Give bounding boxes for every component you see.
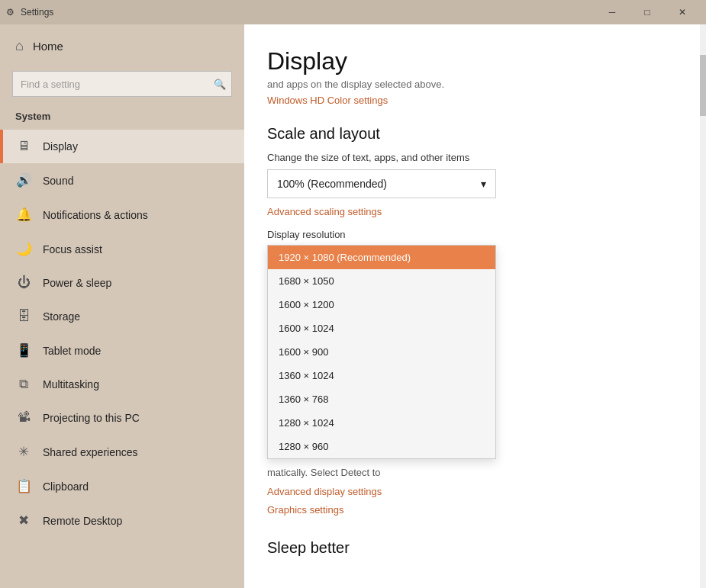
resolution-option-1[interactable]: 1680 × 1050 xyxy=(268,269,495,293)
sidebar-item-tablet-mode[interactable]: 📱 Tablet mode xyxy=(0,333,244,368)
sidebar-item-remote-desktop[interactable]: ✖ Remote Desktop xyxy=(0,503,244,538)
sidebar-home-item[interactable]: ⌂ Home xyxy=(0,24,244,68)
minimize-button[interactable]: ─ xyxy=(595,0,630,24)
page-title: Display xyxy=(267,47,675,76)
sidebar-item-power-sleep[interactable]: ⏻ Power & sleep xyxy=(0,266,244,300)
scale-dropdown-chevron: ▾ xyxy=(481,178,486,190)
shared-experiences-icon: ✳ xyxy=(15,444,32,460)
projecting-icon: 📽 xyxy=(15,410,32,426)
notifications-icon: 🔔 xyxy=(15,207,32,223)
maximize-button[interactable]: □ xyxy=(630,0,665,24)
sound-icon: 🔊 xyxy=(15,172,32,188)
scale-layout-section-title: Scale and layout xyxy=(267,125,675,143)
sidebar-item-notifications[interactable]: 🔔 Notifications & actions xyxy=(0,198,244,232)
sidebar-item-shared-experiences-label: Shared experiences xyxy=(43,446,138,458)
settings-icon: ⚙ xyxy=(6,7,15,18)
sidebar-item-clipboard[interactable]: 📋 Clipboard xyxy=(0,469,244,503)
scale-dropdown-value: 100% (Recommended) xyxy=(277,178,387,190)
home-icon: ⌂ xyxy=(15,38,24,54)
sidebar-item-tablet-mode-label: Tablet mode xyxy=(43,345,101,357)
resolution-option-0[interactable]: 1920 × 1080 (Recommended) xyxy=(268,246,495,269)
app-body: ⌂ Home 🔍 System 🖥 Display 🔊 Sound 🔔 Noti… xyxy=(0,24,706,588)
resolution-dropdown-open: 1920 × 1080 (Recommended) 1680 × 1050 16… xyxy=(267,245,496,459)
sidebar-item-multitasking-label: Multitasking xyxy=(43,378,99,390)
resolution-dropdown-list: 1920 × 1080 (Recommended) 1680 × 1050 16… xyxy=(267,245,496,459)
graphics-settings-link[interactable]: Graphics settings xyxy=(267,504,343,516)
sidebar-item-projecting-label: Projecting to this PC xyxy=(43,412,140,424)
clipboard-icon: 📋 xyxy=(15,478,32,494)
title-bar-controls: ─ □ ✕ xyxy=(595,0,700,24)
resolution-label: Display resolution xyxy=(267,229,675,240)
resolution-option-6[interactable]: 1360 × 768 xyxy=(268,387,495,411)
sleep-section-title: Sleep better xyxy=(267,539,675,557)
sidebar-item-storage-label: Storage xyxy=(43,310,80,323)
resolution-option-8[interactable]: 1280 × 960 xyxy=(268,435,495,458)
sidebar-item-shared-experiences[interactable]: ✳ Shared experiences xyxy=(0,435,244,469)
resolution-option-3[interactable]: 1600 × 1024 xyxy=(268,316,495,340)
advanced-display-link[interactable]: Advanced display settings xyxy=(267,486,382,497)
tablet-mode-icon: 📱 xyxy=(15,342,32,358)
focus-assist-icon: 🌙 xyxy=(15,241,32,257)
home-label: Home xyxy=(33,40,63,53)
sidebar-item-projecting[interactable]: 📽 Projecting to this PC xyxy=(0,401,244,435)
search-box: 🔍 xyxy=(12,71,232,97)
main-wrapper: Display and apps on the display selected… xyxy=(244,24,706,588)
truncated-resolution-text: matically. Select Detect to xyxy=(267,467,675,478)
sidebar-item-sound-label: Sound xyxy=(43,175,73,187)
scale-label: Change the size of text, apps, and other… xyxy=(267,152,675,163)
sidebar-section-label: System xyxy=(0,106,244,130)
resolution-option-4[interactable]: 1600 × 900 xyxy=(268,340,495,364)
sidebar-item-focus-assist-label: Focus assist xyxy=(43,243,102,255)
sidebar-item-sound[interactable]: 🔊 Sound xyxy=(0,163,244,198)
remote-desktop-icon: ✖ xyxy=(15,512,32,529)
search-icon: 🔍 xyxy=(214,79,226,90)
sidebar-item-clipboard-label: Clipboard xyxy=(43,480,89,493)
app-title: Settings xyxy=(21,7,53,18)
scrollbar-thumb[interactable] xyxy=(700,55,706,116)
resolution-option-5[interactable]: 1360 × 1024 xyxy=(268,364,495,387)
display-icon: 🖥 xyxy=(15,139,32,154)
storage-icon: 🗄 xyxy=(15,309,32,324)
sidebar-item-remote-desktop-label: Remote Desktop xyxy=(43,515,122,527)
sidebar-item-display-label: Display xyxy=(43,140,78,153)
sidebar-item-multitasking[interactable]: ⧉ Multitasking xyxy=(0,368,244,401)
scrollbar-track[interactable] xyxy=(700,24,706,588)
sidebar-item-display[interactable]: 🖥 Display xyxy=(0,130,244,163)
sidebar-item-storage[interactable]: 🗄 Storage xyxy=(0,300,244,333)
title-bar: ⚙ Settings ─ □ ✕ xyxy=(0,0,706,24)
advanced-scaling-link[interactable]: Advanced scaling settings xyxy=(267,206,382,217)
power-sleep-icon: ⏻ xyxy=(15,275,32,291)
page-subtitle: and apps on the display selected above. xyxy=(267,79,675,90)
hd-color-link[interactable]: Windows HD Color settings xyxy=(267,95,388,106)
title-bar-left: ⚙ Settings xyxy=(6,7,53,18)
advanced-scaling-link-row: Advanced scaling settings xyxy=(267,204,675,218)
sidebar-item-power-sleep-label: Power & sleep xyxy=(43,277,111,289)
sidebar-item-focus-assist[interactable]: 🌙 Focus assist xyxy=(0,232,244,266)
sidebar: ⌂ Home 🔍 System 🖥 Display 🔊 Sound 🔔 Noti… xyxy=(0,24,244,588)
multitasking-icon: ⧉ xyxy=(15,377,32,392)
close-button[interactable]: ✕ xyxy=(665,0,700,24)
resolution-option-2[interactable]: 1600 × 1200 xyxy=(268,293,495,316)
resolution-option-7[interactable]: 1280 × 1024 xyxy=(268,411,495,435)
scale-dropdown[interactable]: 100% (Recommended) ▾ xyxy=(267,169,496,198)
main-content: Display and apps on the display selected… xyxy=(244,24,706,588)
sidebar-item-notifications-label: Notifications & actions xyxy=(43,209,148,221)
search-input[interactable] xyxy=(12,71,232,97)
